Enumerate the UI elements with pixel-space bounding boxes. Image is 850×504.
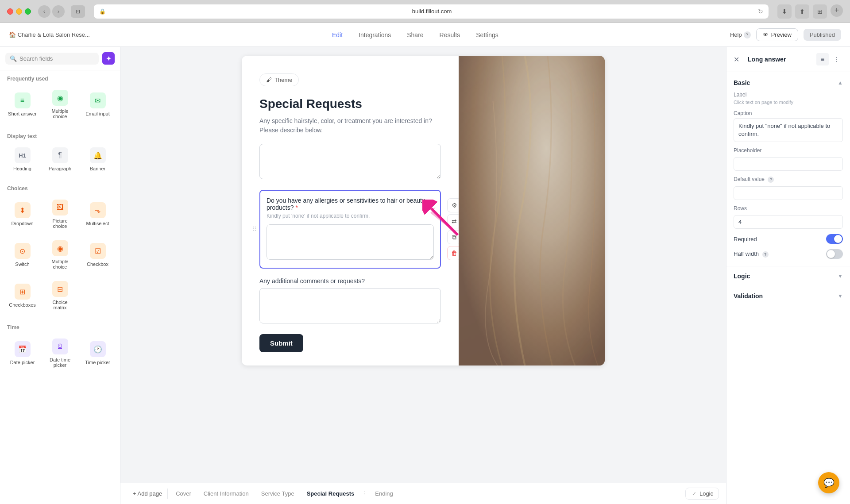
time-picker-label: Time picker xyxy=(85,360,110,365)
search-bar: 🔍 ✦ xyxy=(0,47,120,70)
close-button[interactable]: ✕ xyxy=(734,55,744,64)
submit-button[interactable]: Submit xyxy=(259,334,303,352)
sidebar-item-date-picker[interactable]: 📅 Date picker xyxy=(5,334,39,371)
download-button[interactable]: ⬇ xyxy=(777,4,792,19)
rs-placeholder-input[interactable] xyxy=(734,157,843,171)
email-input-icon: ✉ xyxy=(90,92,106,108)
rs-rows-input[interactable] xyxy=(734,215,843,229)
tab-edit[interactable]: Edit xyxy=(325,29,350,41)
banner-icon: 🔔 xyxy=(90,147,106,163)
page-tab-client-info[interactable]: Client Information xyxy=(197,489,255,499)
list-view-icon[interactable]: ≡ xyxy=(816,53,829,65)
new-tab-button[interactable]: + xyxy=(831,4,843,17)
logic-button[interactable]: ⟋ Logic xyxy=(685,488,719,500)
refresh-icon[interactable]: ↻ xyxy=(758,8,763,15)
sidebar-item-paragraph[interactable]: ¶ Paragraph xyxy=(43,143,77,175)
traffic-light-yellow[interactable] xyxy=(16,8,22,15)
forward-button[interactable]: › xyxy=(52,5,65,18)
left-sidebar: 🔍 ✦ Frequently used ≡ Short answer ◉ Mul… xyxy=(0,47,120,504)
sidebar-item-heading[interactable]: H1 Heading xyxy=(5,143,39,175)
preview-button[interactable]: 👁 Preview xyxy=(756,28,798,41)
published-button[interactable]: Published xyxy=(804,29,841,41)
tab-integrations[interactable]: Integrations xyxy=(352,29,398,41)
first-textarea[interactable] xyxy=(259,144,441,179)
sidebar-item-multiselect[interactable]: ⬎ Multiselect xyxy=(81,195,115,232)
page-tab-special-requests[interactable]: Special Requests xyxy=(301,489,361,499)
dropdown-label: Dropdown xyxy=(11,221,33,226)
traffic-light-red[interactable] xyxy=(7,8,13,15)
rs-default-input[interactable] xyxy=(734,186,843,200)
rs-caption-value[interactable]: Kindly put "none" if not applicable to c… xyxy=(734,118,843,142)
switch-label: Switch xyxy=(15,262,29,267)
form-subtitle: Any specific hairstyle, color, or treatm… xyxy=(259,116,441,135)
switch-icon: ⊙ xyxy=(15,243,31,259)
search-input[interactable] xyxy=(19,55,94,62)
sidebar-item-choice-matrix[interactable]: ⊟ Choice matrix xyxy=(43,277,77,314)
browser-actions: ⬇ ⬆ ⊞ + xyxy=(777,4,843,19)
right-sidebar-header: ✕ Long answer ≡ ⋮ xyxy=(726,47,850,72)
page-tab-menu-icon[interactable]: ⋮ xyxy=(360,491,369,496)
sidebar-item-short-answer[interactable]: ≡ Short answer xyxy=(5,85,39,123)
add-page-button[interactable]: + Add page xyxy=(128,489,168,499)
back-button[interactable]: ‹ xyxy=(38,5,50,18)
sidebar-item-multiple-choice-2[interactable]: ◉ Multiple choice xyxy=(43,236,77,273)
tab-share[interactable]: Share xyxy=(400,29,430,41)
rs-basic-header[interactable]: Basic ▲ xyxy=(734,79,843,86)
sidebar-item-banner[interactable]: 🔔 Banner xyxy=(81,143,115,175)
form-preview: 🖌 Theme Special Requests Any specific ha… xyxy=(242,56,605,365)
hair-texture-svg xyxy=(459,56,605,365)
sidebar-item-checkbox[interactable]: ☑ Checkbox xyxy=(81,236,115,273)
form-title[interactable]: Special Requests xyxy=(259,97,441,111)
sidebar-item-picture-choice[interactable]: 🖼 Picture choice xyxy=(43,195,77,232)
chat-bubble[interactable]: 💬 xyxy=(818,472,839,493)
right-sidebar-title: Long answer xyxy=(748,56,813,63)
share-browser-button[interactable]: ⬆ xyxy=(795,4,809,19)
home-icon: 🏠 xyxy=(9,31,16,38)
selected-field[interactable]: ⠿ Do you have any allergies or sensitivi… xyxy=(259,190,441,269)
theme-button[interactable]: 🖌 Theme xyxy=(259,73,299,86)
rs-logic-chevron: ▼ xyxy=(838,273,843,279)
rs-half-width-toggle[interactable] xyxy=(826,249,843,259)
page-tab-service-type[interactable]: Service Type xyxy=(255,489,301,499)
search-icon: 🔍 xyxy=(10,55,17,62)
rs-logic-section[interactable]: Logic ▼ xyxy=(726,266,850,286)
tab-settings[interactable]: Settings xyxy=(469,29,506,41)
time-picker-icon: 🕐 xyxy=(90,341,106,357)
rs-required-toggle[interactable] xyxy=(826,234,843,244)
help-button[interactable]: Help ? xyxy=(730,31,751,38)
logic-icon: ⟋ xyxy=(691,490,697,497)
multiple-choice-2-label: Multiple choice xyxy=(46,259,74,269)
sidebar-item-checkboxes[interactable]: ⊞ Checkboxes xyxy=(5,277,39,314)
picture-choice-label: Picture choice xyxy=(46,218,74,229)
drag-handle[interactable]: ⠿ xyxy=(252,226,257,233)
window-layout-button[interactable]: ⊡ xyxy=(71,5,85,18)
rs-default-label: Default value ? xyxy=(734,176,843,183)
tabs-button[interactable]: ⊞ xyxy=(813,4,827,19)
sidebar-item-date-time-picker[interactable]: 🗓 Date time picker xyxy=(43,334,77,371)
page-tab-cover[interactable]: Cover xyxy=(170,489,197,499)
time-grid: 📅 Date picker 🗓 Date time picker 🕐 Time … xyxy=(0,334,120,377)
rs-validation-section[interactable]: Validation ▼ xyxy=(726,286,850,306)
top-nav-tabs: Edit Integrations Share Results Settings xyxy=(100,29,730,41)
ai-button[interactable]: ✦ xyxy=(102,52,115,65)
sidebar-item-time-picker[interactable]: 🕐 Time picker xyxy=(81,334,115,371)
multiselect-label: Multiselect xyxy=(86,221,109,226)
traffic-light-green[interactable] xyxy=(25,8,31,15)
short-answer-icon: ≡ xyxy=(15,92,31,108)
selected-field-text: Do you have any allergies or sensitiviti… xyxy=(267,197,425,211)
eye-icon: 👁 xyxy=(763,31,769,38)
comments-textarea[interactable] xyxy=(259,288,441,323)
checkbox-icon: ☑ xyxy=(90,243,106,259)
sidebar-item-email-input[interactable]: ✉ Email input xyxy=(81,85,115,123)
tab-results[interactable]: Results xyxy=(433,29,468,41)
section-title-frequently-used: Frequently used xyxy=(0,70,120,85)
rs-basic-section: Basic ▲ Label Click text on page to modi… xyxy=(726,72,850,266)
sidebar-item-dropdown[interactable]: ⬍ Dropdown xyxy=(5,195,39,232)
sidebar-item-switch[interactable]: ⊙ Switch xyxy=(5,236,39,273)
rs-validation-title: Validation xyxy=(734,292,763,300)
selected-field-textarea[interactable] xyxy=(267,224,434,260)
canvas-area: 🖌 Theme Special Requests Any specific ha… xyxy=(120,47,726,504)
page-tab-ending[interactable]: Ending xyxy=(369,489,399,499)
more-options-icon[interactable]: ⋮ xyxy=(831,53,843,65)
sidebar-item-multiple-choice[interactable]: ◉ Multiple choice xyxy=(43,85,77,123)
